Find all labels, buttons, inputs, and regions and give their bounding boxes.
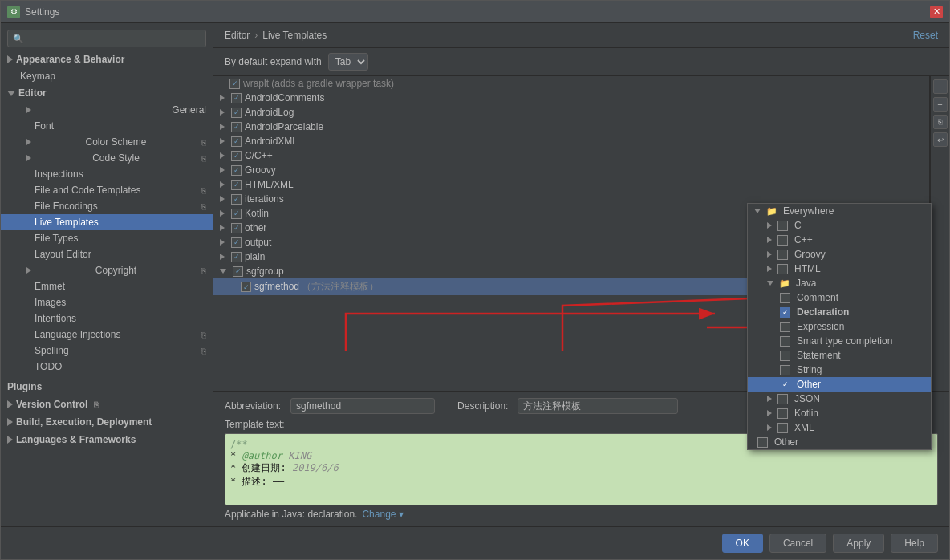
- template-checkbox[interactable]: [231, 237, 242, 248]
- sidebar-item-color-scheme[interactable]: Color Scheme ⎘: [1, 134, 213, 150]
- expand-icon: [7, 418, 13, 426]
- context-item-groovy[interactable]: Groovy: [748, 247, 931, 262]
- sidebar-item-file-types[interactable]: File Types: [1, 230, 213, 246]
- context-item-comment[interactable]: Comment: [748, 290, 931, 305]
- description-input[interactable]: [518, 398, 678, 414]
- sidebar-item-general[interactable]: General: [1, 102, 213, 118]
- reset-button[interactable]: Reset: [913, 30, 938, 41]
- sidebar-item-file-templates[interactable]: File and Code Templates ⎘: [1, 182, 213, 198]
- context-checkbox-xml[interactable]: [777, 423, 788, 433]
- sidebar-item-emmet[interactable]: Emmet: [1, 278, 213, 294]
- template-checkbox[interactable]: [241, 282, 251, 292]
- list-item[interactable]: wraplt (adds a gradle wrapper task): [213, 76, 929, 91]
- list-item[interactable]: AndroidXML: [213, 134, 929, 148]
- sidebar-item-plugins[interactable]: Plugins: [1, 378, 213, 396]
- close-button[interactable]: ✕: [930, 6, 943, 18]
- list-item[interactable]: C/C++: [213, 148, 929, 163]
- ok-button[interactable]: OK: [722, 534, 763, 553]
- list-item[interactable]: HTML/XML: [213, 177, 929, 192]
- template-checkbox[interactable]: [231, 122, 242, 132]
- template-checkbox[interactable]: [231, 194, 242, 205]
- template-checkbox[interactable]: [231, 180, 242, 190]
- context-item-java[interactable]: 📁 Java: [748, 276, 931, 290]
- sidebar-item-intentions[interactable]: Intentions: [1, 310, 213, 327]
- context-item-c[interactable]: C: [748, 218, 931, 233]
- expand-icon: [767, 266, 772, 272]
- context-item-statement[interactable]: Statement: [748, 348, 931, 363]
- sidebar-item-live-templates[interactable]: Live Templates: [1, 214, 213, 230]
- abbreviation-input[interactable]: [290, 398, 435, 414]
- context-checkbox-declaration[interactable]: [780, 307, 790, 318]
- sidebar-item-keymap[interactable]: Keymap: [1, 68, 213, 84]
- context-item-xml[interactable]: XML: [748, 420, 931, 435]
- apply-button[interactable]: Apply: [833, 534, 884, 553]
- sidebar-item-version-control[interactable]: Version Control ⎘: [1, 396, 213, 413]
- context-checkbox-statement[interactable]: [780, 351, 790, 361]
- context-checkbox-json[interactable]: [777, 394, 788, 404]
- context-checkbox-comment[interactable]: [780, 293, 790, 303]
- context-item-other-global[interactable]: Other: [748, 435, 931, 449]
- sidebar-item-inspections[interactable]: Inspections: [1, 166, 213, 182]
- sidebar-item-label: Editor: [18, 87, 47, 99]
- context-checkbox-html[interactable]: [777, 264, 788, 274]
- copy-button[interactable]: ⎘: [933, 115, 948, 129]
- expand-with-select[interactable]: Tab: [328, 53, 368, 71]
- change-link[interactable]: Change ▾: [362, 509, 403, 520]
- context-checkbox-other-java[interactable]: [780, 379, 790, 390]
- cancel-button[interactable]: Cancel: [769, 534, 826, 553]
- context-item-cpp[interactable]: C++: [748, 233, 931, 247]
- template-checkbox[interactable]: [233, 266, 243, 277]
- context-item-expression[interactable]: Expression: [748, 319, 931, 334]
- context-item-kotlin[interactable]: Kotlin: [748, 406, 931, 420]
- context-item-everywhere[interactable]: 📁 Everywhere: [748, 204, 931, 218]
- list-item[interactable]: AndroidParcelable: [213, 120, 929, 134]
- context-checkbox-other-global[interactable]: [757, 437, 768, 448]
- template-checkbox[interactable]: [231, 165, 242, 176]
- context-item-string[interactable]: String: [748, 363, 931, 377]
- context-item-declaration[interactable]: Declaration: [748, 305, 931, 319]
- search-box[interactable]: 🔍: [7, 30, 206, 47]
- context-checkbox-string[interactable]: [780, 365, 790, 375]
- template-checkbox[interactable]: [231, 136, 242, 147]
- template-checkbox[interactable]: [231, 223, 242, 233]
- template-checkbox[interactable]: [229, 79, 240, 89]
- sidebar-item-code-style[interactable]: Code Style ⎘: [1, 150, 213, 166]
- context-checkbox-expression[interactable]: [780, 322, 790, 332]
- context-checkbox-smart[interactable]: [780, 336, 790, 347]
- context-item-json[interactable]: JSON: [748, 392, 931, 406]
- sidebar-item-layout-editor[interactable]: Layout Editor: [1, 246, 213, 262]
- context-checkbox-groovy[interactable]: [777, 250, 788, 260]
- sidebar-item-lang-injections[interactable]: Language Injections ⎘: [1, 327, 213, 343]
- help-button[interactable]: Help: [891, 534, 938, 553]
- search-input[interactable]: [27, 33, 201, 44]
- template-checkbox[interactable]: [231, 151, 242, 161]
- sidebar-item-todo[interactable]: TODO: [1, 359, 213, 375]
- template-checkbox[interactable]: [231, 93, 242, 103]
- context-item-other-java[interactable]: Other: [748, 377, 931, 392]
- sidebar-item-label: Appearance & Behavior: [16, 54, 124, 65]
- context-item-smart[interactable]: Smart type completion: [748, 334, 931, 348]
- template-checkbox[interactable]: [231, 108, 242, 118]
- sidebar-item-file-encodings[interactable]: File Encodings ⎘: [1, 198, 213, 214]
- context-checkbox-kotlin[interactable]: [777, 408, 788, 419]
- list-item[interactable]: Groovy: [213, 163, 929, 177]
- sidebar-item-appearance[interactable]: Appearance & Behavior: [1, 51, 213, 68]
- list-item[interactable]: AndroidLog: [213, 105, 929, 120]
- sidebar-item-languages[interactable]: Languages & Frameworks: [1, 431, 213, 448]
- sidebar-item-images[interactable]: Images: [1, 294, 213, 310]
- sidebar-item-font[interactable]: Font: [1, 118, 213, 134]
- sidebar-item-build[interactable]: Build, Execution, Deployment: [1, 413, 213, 431]
- context-checkbox-c[interactable]: [777, 221, 788, 231]
- remove-button[interactable]: −: [933, 97, 948, 112]
- context-item-html[interactable]: HTML: [748, 262, 931, 276]
- template-checkbox[interactable]: [231, 209, 242, 219]
- sidebar-item-editor[interactable]: Editor: [1, 84, 213, 102]
- list-item[interactable]: AndroidComments: [213, 91, 929, 105]
- sidebar-item-spelling[interactable]: Spelling ⎘: [1, 343, 213, 359]
- sidebar-item-copyright[interactable]: Copyright ⎘: [1, 262, 213, 278]
- context-checkbox-cpp[interactable]: [777, 235, 788, 246]
- template-checkbox[interactable]: [231, 252, 242, 262]
- add-button[interactable]: +: [933, 79, 948, 94]
- expand-icon: [767, 281, 773, 286]
- undo-button[interactable]: ↩: [933, 132, 948, 147]
